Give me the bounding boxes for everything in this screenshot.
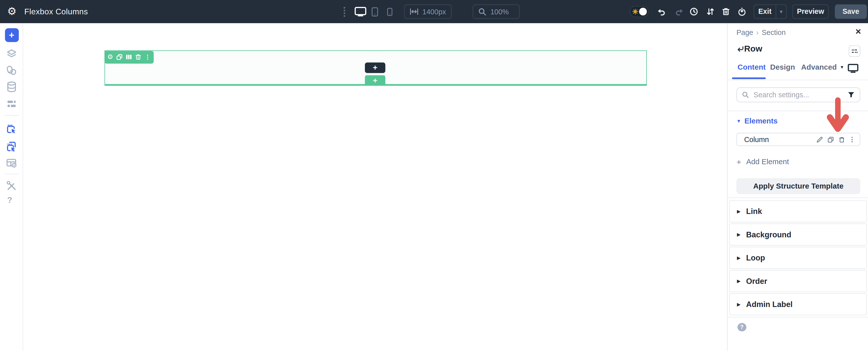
tabs-dropdown-caret-icon[interactable]: ▼ [840, 64, 844, 69]
canvas-width-input[interactable]: 1400px [404, 4, 452, 19]
breadcrumb-parent[interactable]: Page [736, 28, 753, 36]
elements-section-title[interactable]: Elements [744, 116, 778, 125]
element-label: Column [744, 135, 769, 144]
preview-label: Preview [797, 7, 824, 16]
divider [4, 174, 19, 174]
trash-icon[interactable] [721, 7, 730, 16]
tutorial-arrow-icon [823, 96, 854, 136]
add-element-inside-button[interactable]: + [365, 62, 385, 73]
apply-structure-label: Apply Structure Template [753, 182, 843, 190]
redo-icon[interactable] [675, 7, 684, 16]
tools-icon[interactable] [5, 180, 18, 192]
active-tab-underline [732, 77, 766, 79]
exit-button[interactable]: Exit ▾ [754, 4, 787, 19]
preview-table-icon[interactable] [5, 157, 18, 169]
row-columns-icon[interactable] [126, 54, 132, 60]
tab-design[interactable]: Design [770, 63, 795, 71]
accordion-link[interactable]: ▶ Link [729, 200, 867, 222]
save-button[interactable]: Save [835, 4, 867, 19]
search-icon [742, 91, 749, 98]
device-scope-monitor-icon[interactable] [848, 63, 859, 73]
panel-help-button[interactable]: ? [738, 323, 746, 331]
expand-triangle-icon: ▶ [737, 301, 741, 307]
expand-triangle-icon: ▶ [737, 232, 741, 237]
breadcrumb-current[interactable]: Section [762, 28, 785, 36]
delete-trash-icon[interactable] [838, 136, 845, 143]
toggle-knob [639, 8, 647, 16]
divider [727, 197, 868, 198]
divider [727, 317, 868, 317]
database-icon[interactable] [5, 81, 18, 93]
apply-structure-template-button[interactable]: Apply Structure Template [736, 178, 860, 194]
elements-collapse-icon[interactable]: ▼ [736, 118, 741, 124]
breadcrumb: Page › Section [736, 28, 785, 36]
top-bar: ⚙ Flexbox Columns 1400px 100% [0, 0, 868, 23]
expand-triangle-icon: ▶ [737, 208, 741, 214]
row-delete-icon[interactable] [135, 54, 142, 60]
accordion-loop[interactable]: ▶ Loop [729, 247, 867, 269]
more-options-icon[interactable]: ⋮ [849, 136, 855, 142]
accordion-admin-label[interactable]: ▶ Admin Label [729, 293, 867, 315]
add-element-label: Add Element [746, 157, 789, 166]
tab-advanced[interactable]: Advanced [801, 63, 837, 71]
expand-triangle-icon: ▶ [737, 278, 741, 284]
save-label: Save [842, 7, 859, 16]
selector-window-icon[interactable] [5, 123, 18, 136]
width-arrows-icon [410, 8, 418, 16]
accordion-label: Background [746, 230, 792, 239]
structure-panel-icon[interactable] [5, 98, 18, 110]
row-duplicate-icon[interactable] [116, 54, 123, 60]
row-toolbar: ⚙ ⋮ [104, 51, 154, 63]
tablet-device-icon[interactable] [371, 7, 378, 16]
dark-mode-toggle[interactable] [630, 6, 649, 17]
edit-pencil-icon[interactable] [816, 136, 823, 143]
settings-panel: Page › Section ✕ Row Content Design Adva… [727, 23, 868, 351]
accordion-order[interactable]: ▶ Order [729, 270, 867, 292]
layers-icon[interactable] [5, 48, 18, 60]
power-icon[interactable] [738, 7, 746, 16]
row-more-options-icon[interactable]: ⋮ [145, 54, 151, 60]
canvas-width-value: 1400px [423, 7, 446, 16]
sun-icon [632, 8, 639, 15]
settings-gear-icon[interactable]: ⚙ [7, 6, 17, 17]
exit-label: Exit [754, 7, 776, 16]
plus-icon: + [736, 157, 741, 166]
accordion-label: Loop [746, 254, 765, 262]
selector-windows-icon[interactable] [5, 140, 18, 152]
duplicate-copy-icon[interactable] [827, 136, 834, 143]
divider [727, 80, 868, 80]
structure-toggle-button[interactable] [848, 45, 860, 57]
builder-app: ⚙ Flexbox Columns 1400px 100% [0, 0, 868, 351]
magnifier-icon [478, 7, 487, 16]
row-settings-gear-icon[interactable]: ⚙ [107, 54, 113, 60]
breadcrumb-separator: › [756, 28, 759, 36]
accordion-background[interactable]: ▶ Background [729, 224, 867, 246]
zoom-level-input[interactable]: 100% [473, 4, 520, 19]
add-element-below-button[interactable]: + [365, 75, 385, 86]
left-toolbar: + ? [0, 23, 23, 351]
element-actions: ⋮ [816, 136, 855, 143]
zoom-level-value: 100% [490, 7, 509, 16]
accordion-label: Admin Label [746, 300, 793, 309]
accordion-label: Order [746, 276, 767, 285]
preview-button[interactable]: Preview [793, 4, 829, 19]
exit-dropdown-caret-icon[interactable]: ▾ [776, 5, 786, 18]
close-panel-icon[interactable]: ✕ [855, 27, 862, 36]
add-element-button[interactable]: + [5, 28, 19, 42]
back-to-parent-icon[interactable] [736, 45, 744, 53]
design-library-icon[interactable] [5, 64, 18, 77]
drag-handle-dots-icon[interactable] [342, 6, 347, 15]
help-icon[interactable]: ? [7, 195, 12, 205]
phone-device-icon[interactable] [387, 7, 393, 16]
add-element-row[interactable]: + Add Element [736, 157, 789, 166]
desktop-device-icon[interactable] [354, 6, 366, 17]
history-clock-icon[interactable] [689, 7, 698, 16]
undo-icon[interactable] [657, 7, 666, 16]
divider [4, 115, 19, 115]
accordion-label: Link [746, 207, 762, 216]
expand-triangle-icon: ▶ [737, 255, 741, 261]
panel-title: Row [744, 44, 762, 54]
page-title: Flexbox Columns [24, 7, 88, 16]
tab-content[interactable]: Content [738, 63, 766, 71]
sort-arrows-icon[interactable] [706, 7, 715, 16]
